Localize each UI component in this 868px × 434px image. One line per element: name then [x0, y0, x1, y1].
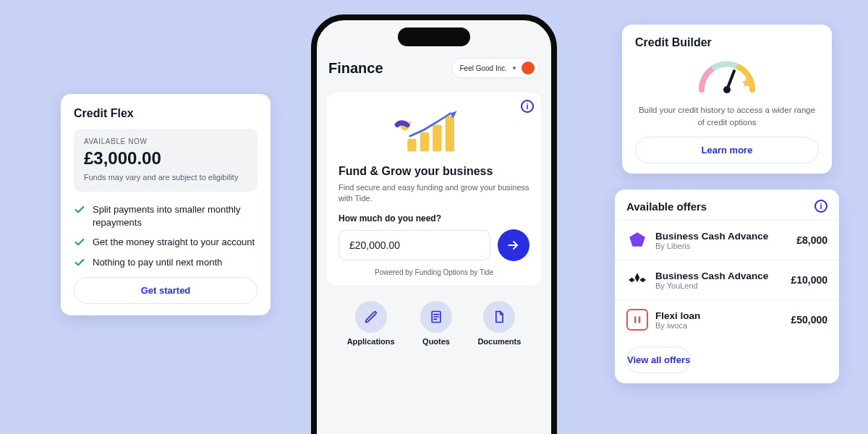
- feature-text: Split payments into smaller monthly repa…: [93, 203, 258, 229]
- fund-grow-card: i Fund & Grow your business Find secure …: [327, 93, 541, 285]
- pencil-icon: [364, 310, 378, 324]
- check-icon: [74, 204, 85, 216]
- org-name: Feel Good Inc.: [459, 64, 507, 72]
- check-icon: [74, 237, 85, 248]
- svg-rect-19: [639, 316, 640, 323]
- offers-title: Available offers: [626, 200, 707, 213]
- action-label: Quotes: [422, 337, 450, 346]
- info-icon[interactable]: i: [521, 100, 534, 113]
- offer-name: Business Cash Advance: [655, 271, 783, 281]
- liberis-icon: [626, 229, 648, 251]
- view-all-offers-button[interactable]: View all offers: [626, 346, 691, 373]
- amount-row: [339, 229, 529, 261]
- svg-point-13: [723, 86, 731, 93]
- svg-marker-15: [635, 273, 640, 282]
- credit-flex-amount: £3,000.00: [84, 148, 247, 169]
- credit-flex-disclaimer: Funds may vary and are subject to eligib…: [84, 173, 247, 182]
- svg-rect-3: [446, 116, 454, 151]
- credit-flex-title: Credit Flex: [74, 107, 258, 120]
- offer-amount: £10,000: [791, 274, 827, 286]
- arrow-right-icon: [506, 238, 521, 252]
- svg-rect-1: [420, 132, 429, 151]
- offer-row[interactable]: Business Cash Advance By Liberis £8,000: [615, 220, 839, 260]
- gauge-illustration: [635, 56, 819, 97]
- quick-actions: Applications Quotes Documents: [334, 301, 534, 346]
- submit-amount-button[interactable]: [498, 229, 529, 261]
- offer-provider: By Liberis: [655, 242, 789, 250]
- action-label: Documents: [477, 337, 521, 346]
- offer-amount: £50,000: [791, 314, 827, 326]
- svg-marker-16: [629, 278, 635, 283]
- svg-rect-18: [634, 316, 636, 323]
- credit-flex-available-box: AVAILABLE NOW £3,000.00 Funds may vary a…: [74, 129, 258, 192]
- org-avatar: [522, 61, 535, 75]
- action-label: Applications: [347, 337, 395, 346]
- youlend-icon: [626, 269, 648, 291]
- svg-point-6: [409, 121, 412, 124]
- document-icon: [492, 310, 506, 324]
- iwoca-icon: [626, 309, 648, 331]
- page-title: Finance: [328, 60, 383, 77]
- offer-amount: £8,000: [796, 234, 827, 246]
- credit-flex-feature: Split payments into smaller monthly repa…: [74, 203, 258, 229]
- credit-flex-feature: Nothing to pay until next month: [74, 256, 258, 269]
- credit-flex-feature: Get the money straight to your account: [74, 236, 258, 249]
- gauge-icon: [694, 56, 760, 97]
- offer-provider: By iwoca: [655, 321, 783, 330]
- offer-name: Flexi loan: [655, 310, 783, 321]
- check-icon: [74, 257, 85, 268]
- hero-illustration: [339, 107, 529, 158]
- svg-marker-17: [639, 278, 646, 283]
- feature-text: Get the money straight to your account: [93, 236, 255, 249]
- receipt-icon: [429, 310, 443, 324]
- phone-mock: Finance Feel Good Inc. ▼ i Fund & Grow y…: [311, 14, 557, 434]
- hero-subtitle: Find secure and easy funding and grow yo…: [339, 182, 529, 205]
- growth-chart-icon: [394, 107, 474, 158]
- offer-name: Business Cash Advance: [655, 231, 789, 242]
- svg-marker-14: [629, 232, 645, 247]
- available-now-label: AVAILABLE NOW: [84, 137, 247, 145]
- svg-rect-0: [407, 139, 416, 152]
- available-offers-card: Available offers i Business Cash Advance…: [615, 190, 839, 383]
- phone-notch: [398, 27, 470, 46]
- org-selector[interactable]: Feel Good Inc. ▼: [451, 58, 540, 78]
- get-started-button[interactable]: Get started: [74, 277, 258, 304]
- powered-by-text: Powered by Funding Options by Tide: [339, 268, 529, 276]
- amount-question: How much do you need?: [339, 213, 529, 224]
- chevron-down-icon: ▼: [511, 65, 517, 72]
- quotes-action[interactable]: Quotes: [420, 301, 452, 346]
- amount-input[interactable]: [339, 230, 490, 260]
- offers-header: Available offers i: [615, 200, 839, 220]
- credit-flex-card: Credit Flex AVAILABLE NOW £3,000.00 Fund…: [61, 94, 271, 315]
- hero-title: Fund & Grow your business: [339, 165, 529, 178]
- credit-builder-title: Credit Builder: [635, 36, 819, 49]
- feature-text: Nothing to pay until next month: [93, 256, 222, 269]
- offer-provider: By YouLend: [655, 281, 783, 290]
- credit-builder-card: Credit Builder Build your credit history…: [622, 25, 832, 174]
- applications-action[interactable]: Applications: [347, 301, 395, 346]
- learn-more-button[interactable]: Learn more: [635, 137, 819, 163]
- info-icon[interactable]: i: [814, 200, 827, 213]
- offer-row[interactable]: Business Cash Advance By YouLend £10,000: [615, 260, 839, 299]
- credit-builder-desc: Build your credit history to access a wi…: [635, 104, 819, 128]
- documents-action[interactable]: Documents: [477, 301, 521, 346]
- offer-row[interactable]: Flexi loan By iwoca £50,000: [615, 299, 839, 339]
- svg-rect-2: [433, 125, 441, 152]
